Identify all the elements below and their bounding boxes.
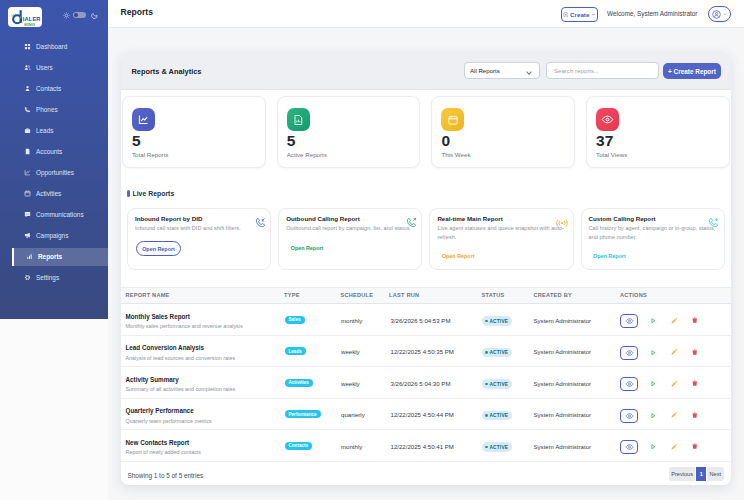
svg-text:KING: KING xyxy=(24,22,36,27)
